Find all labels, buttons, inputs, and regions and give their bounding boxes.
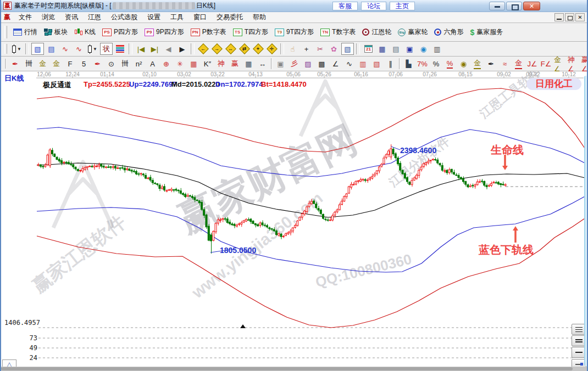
- percent-line-button[interactable]: %: [443, 58, 456, 70]
- winner-service-button[interactable]: $赢家服务: [467, 25, 506, 40]
- flower-button[interactable]: ✿: [328, 43, 340, 55]
- expand-horizontal-button[interactable]: ↔: [224, 43, 237, 55]
- k-lines-tool-button[interactable]: K″: [201, 58, 214, 70]
- support-link[interactable]: 客服: [332, 2, 358, 10]
- pen-tool-button[interactable]: ✒: [91, 58, 104, 70]
- calculator-button[interactable]: ▦: [376, 43, 389, 55]
- ying-angle-button[interactable]: 赢∠: [581, 58, 588, 70]
- knife-tool-button[interactable]: ✒: [9, 58, 21, 70]
- ray-fan-tool-button[interactable]: 彡: [288, 58, 301, 70]
- ruler-tool-button[interactable]: 卌: [119, 58, 131, 70]
- memo-button[interactable]: ▤: [390, 43, 402, 55]
- shen-tool-button[interactable]: 神: [215, 58, 228, 70]
- volume-profile-button[interactable]: ▙: [402, 58, 415, 70]
- save-button[interactable]: ▣: [403, 43, 416, 55]
- menu-item-4[interactable]: 公式选股: [106, 12, 142, 23]
- histogram-button[interactable]: [114, 43, 126, 55]
- menu-item-1[interactable]: 浏览: [37, 12, 60, 23]
- expand-panel-button[interactable]: △: [2, 359, 16, 367]
- menu-item-2[interactable]: 资讯: [60, 12, 83, 23]
- five-line-tool-button[interactable]: 5: [77, 58, 90, 70]
- ninet-square-button[interactable]: T99T四方形: [271, 25, 317, 40]
- gold-split-tool-button[interactable]: 金: [36, 58, 49, 70]
- mdi-close-button[interactable]: [575, 13, 585, 21]
- zoom-out-button[interactable]: ✛: [265, 43, 278, 55]
- horizontal-scrollbar-thumb[interactable]: [1, 367, 573, 370]
- web-data-button[interactable]: ◉: [417, 43, 430, 55]
- dark-grid-tool-button[interactable]: ▩: [315, 58, 328, 70]
- p-number-table-button[interactable]: PNP数字表: [187, 25, 230, 40]
- last-bar-button[interactable]: ▶|: [148, 43, 161, 55]
- pattern-button[interactable]: 状: [100, 43, 113, 55]
- kline-button[interactable]: K线: [71, 25, 99, 40]
- drag-hand-button[interactable]: ☝: [286, 43, 299, 55]
- zoom-in-button[interactable]: +: [252, 43, 264, 55]
- next-bar-button[interactable]: ▶: [176, 43, 188, 55]
- gold-split2-tool-button[interactable]: 金: [50, 58, 63, 70]
- close-button[interactable]: [523, 2, 540, 10]
- shen-angle-button[interactable]: 神∠: [567, 58, 580, 70]
- flag-pen-button[interactable]: ✒: [485, 58, 497, 70]
- wave-9-button[interactable]: ∿: [73, 43, 85, 55]
- red-grid3-tool-button[interactable]: ▧: [370, 58, 383, 70]
- hexagon-button[interactable]: 六角形: [431, 25, 467, 40]
- mirror-tool-button[interactable]: A: [146, 58, 159, 70]
- candle-style-button[interactable]: ▼: [86, 43, 99, 55]
- compress-horizontal-button[interactable]: ⇄: [238, 43, 251, 55]
- maximize-button[interactable]: [506, 2, 522, 10]
- winner-wheel-button[interactable]: Big赢家轮: [395, 25, 431, 40]
- scroll-left-button[interactable]: ←: [197, 43, 209, 55]
- purple-grid-tool-button[interactable]: ▨: [302, 58, 314, 70]
- first-bar-button[interactable]: |◀: [135, 43, 147, 55]
- time-cycle-tool-button[interactable]: ⊙: [105, 58, 118, 70]
- t-number-table-button[interactable]: TNT数字表: [317, 25, 359, 40]
- number-grid-tool-button[interactable]: ▦: [242, 58, 255, 70]
- angle-tool-button[interactable]: ∠: [329, 58, 342, 70]
- ying-tool-button[interactable]: 赢: [229, 58, 241, 70]
- red-grid-tool-button[interactable]: ▦: [187, 58, 200, 70]
- menu-item-6[interactable]: 工具: [165, 12, 188, 23]
- horizontal-scrollbar[interactable]: [1, 367, 587, 371]
- vertical-scrollbar[interactable]: [584, 76, 587, 366]
- home-link[interactable]: 主页: [390, 2, 415, 10]
- info-list-button[interactable]: ▤: [45, 43, 58, 55]
- menu-item-7[interactable]: 窗口: [188, 12, 212, 23]
- parallel-tool-button[interactable]: ∥: [384, 58, 397, 70]
- ninep-square-button[interactable]: P99P四方形: [141, 25, 187, 40]
- j-angle-button[interactable]: J∠: [526, 58, 539, 70]
- fib-tool-button[interactable]: F: [64, 58, 76, 70]
- period-type-button[interactable]: ▼: [10, 43, 23, 55]
- chart-canvas[interactable]: [1, 71, 587, 367]
- n-square-tool-button[interactable]: n²: [132, 58, 145, 70]
- gold-lines-button[interactable]: 金: [471, 58, 484, 70]
- frame-tool-button[interactable]: ▣: [274, 58, 287, 70]
- wave-3-button[interactable]: ∿: [59, 43, 71, 55]
- star-tool-button[interactable]: ✳: [174, 58, 186, 70]
- percent7-button[interactable]: 7%: [416, 58, 429, 70]
- match-pattern-button[interactable]: ▧: [341, 43, 354, 55]
- wave-band-button[interactable]: ≈: [498, 58, 511, 70]
- sectors-button[interactable]: 板块: [41, 25, 71, 40]
- p-square-button[interactable]: PSP四方形: [99, 25, 141, 40]
- zigzag-tool-button[interactable]: ∿: [343, 58, 356, 70]
- print-button[interactable]: ▥: [431, 43, 443, 55]
- menu-item-5[interactable]: 设置: [142, 12, 165, 23]
- crosshair-button[interactable]: +: [300, 43, 313, 55]
- menu-item-9[interactable]: 帮助: [248, 12, 271, 23]
- target-tool-button[interactable]: ⊕: [160, 58, 173, 70]
- span-tool-button[interactable]: ↔: [256, 58, 269, 70]
- erase-button[interactable]: ✂: [314, 43, 326, 55]
- mdi-restore-button[interactable]: [565, 13, 574, 21]
- calendar-button[interactable]: 21: [362, 43, 375, 55]
- prev-bar-button[interactable]: ◀: [162, 43, 175, 55]
- quotes-button[interactable]: 行情: [10, 25, 41, 40]
- red-grid2-tool-button[interactable]: ▥: [357, 58, 369, 70]
- menu-item-3[interactable]: 江恩: [83, 12, 106, 23]
- percent-button[interactable]: %: [430, 58, 442, 70]
- f-angle-button[interactable]: F∠: [540, 58, 552, 70]
- menu-item-0[interactable]: 文件: [14, 12, 37, 23]
- gann-wheel-button[interactable]: 江恩轮: [359, 25, 395, 40]
- gold-circle-button[interactable]: ◉: [457, 58, 470, 70]
- mdi-minimize-button[interactable]: [554, 13, 564, 21]
- gann-line-tool-button[interactable]: 卌: [23, 58, 35, 70]
